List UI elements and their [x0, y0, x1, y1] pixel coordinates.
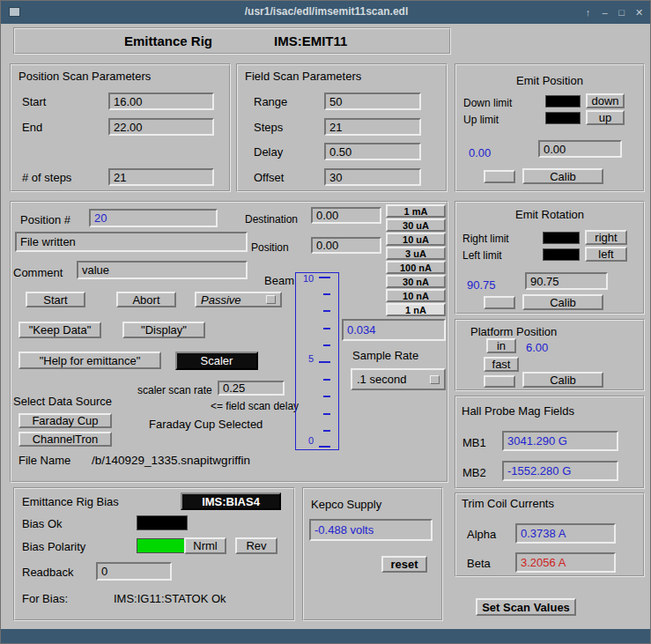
- channeltron-button[interactable]: ChannelTron: [18, 432, 112, 447]
- platform-blank-button[interactable]: [484, 375, 515, 388]
- scale-major-tick: [319, 446, 330, 448]
- num-steps-label: # of steps: [22, 171, 71, 184]
- scale-minor-tick: [323, 328, 330, 329]
- range-button-1na[interactable]: 1 nA: [386, 303, 446, 316]
- readback-label: Readback: [22, 566, 74, 579]
- emit-position-blank-button[interactable]: [484, 170, 515, 183]
- position-scan-group: Position Scan Parameters Start 16.00 End…: [10, 63, 231, 192]
- for-bias-value: IMS:IG11:STATOK Ok: [114, 592, 226, 605]
- scan-mode-menu[interactable]: Passive: [195, 292, 282, 307]
- beam-position-label: Position: [251, 241, 289, 254]
- position-scan-title: Position Scan Parameters: [18, 70, 151, 83]
- option-menu-indicator-icon: [430, 375, 440, 384]
- shade-icon[interactable]: ↑: [581, 5, 596, 19]
- platform-in-button[interactable]: in: [486, 338, 516, 353]
- num-steps-field[interactable]: 21: [108, 168, 214, 186]
- up-limit-indicator: [545, 112, 581, 124]
- scale-minor-tick: [323, 293, 330, 295]
- emit-rotation-blank-button[interactable]: [484, 296, 515, 309]
- emit-position-group: Emit Position Down limit down Up limit u…: [455, 63, 645, 192]
- beam-scale: 10 5 0: [295, 272, 339, 450]
- display-button[interactable]: "Display": [122, 322, 205, 338]
- down-button[interactable]: down: [586, 93, 625, 108]
- position-number-field[interactable]: 20: [89, 209, 218, 227]
- minimize-icon[interactable]: –: [597, 5, 612, 19]
- scale-minor-tick: [323, 310, 330, 312]
- bias-polarity-label: Bias Polarity: [22, 540, 85, 553]
- mb2-field: -1552.280 G: [502, 461, 618, 481]
- emit-rotation-setpoint-field[interactable]: 90.75: [525, 272, 608, 290]
- alpha-label: Alpha: [467, 528, 496, 541]
- right-button[interactable]: right: [585, 230, 627, 245]
- for-bias-label: For Bias:: [22, 592, 68, 605]
- steps-field[interactable]: 21: [324, 118, 421, 136]
- file-name-value: /b/140929_1335.snapitwgriffin: [92, 454, 250, 467]
- scale-minor-tick: [323, 396, 330, 397]
- range-field[interactable]: 50: [324, 93, 421, 110]
- sample-rate-menu[interactable]: .1 second: [351, 368, 446, 390]
- range-button-10ua[interactable]: 10 uA: [386, 233, 446, 246]
- start-button[interactable]: Start: [26, 292, 85, 307]
- range-button-30na[interactable]: 30 nA: [386, 275, 446, 288]
- comment-field[interactable]: value: [77, 261, 248, 279]
- close-icon[interactable]: ✕: [632, 5, 647, 19]
- end-field[interactable]: 22.00: [108, 118, 214, 136]
- rev-button[interactable]: Rev: [235, 537, 277, 554]
- mb2-label: MB2: [462, 466, 486, 479]
- up-button[interactable]: up: [586, 110, 625, 125]
- delay-field[interactable]: 0.50: [324, 143, 421, 160]
- bias-device-button[interactable]: IMS:BIAS4: [181, 492, 281, 510]
- offset-field[interactable]: 30: [324, 168, 421, 186]
- field-scan-group: Field Scan Parameters Range 50 Steps 21 …: [236, 63, 448, 192]
- nrml-button[interactable]: Nrml: [184, 537, 226, 554]
- right-limit-indicator: [543, 232, 580, 244]
- emit-position-calib-button[interactable]: Calib: [522, 168, 603, 184]
- comment-label: Comment: [13, 266, 63, 279]
- destination-field[interactable]: 0.00: [311, 207, 381, 224]
- header-box: Emittance Rig IMS:EMIT11: [13, 27, 451, 55]
- bias-polarity-indicator: [137, 538, 188, 553]
- trim-coils-group: Trim Coil Currents Alpha 0.3738 A Beta 3…: [455, 492, 645, 577]
- destination-label: Destination: [245, 213, 298, 226]
- range-button-3ua[interactable]: 3 uA: [386, 247, 446, 260]
- platform-calib-button[interactable]: Calib: [522, 372, 603, 388]
- scale-minor-tick: [323, 430, 330, 432]
- left-button[interactable]: left: [585, 247, 627, 262]
- keep-data-button[interactable]: "Keep Data": [18, 322, 101, 338]
- scale-minor-tick: [323, 413, 330, 415]
- down-limit-indicator: [545, 95, 581, 107]
- kepco-voltage-field: -0.488 volts: [309, 519, 433, 541]
- platform-fast-button[interactable]: fast: [484, 357, 519, 372]
- field-scan-title: Field Scan Parameters: [245, 70, 361, 83]
- beam-position-field[interactable]: 0.00: [311, 237, 381, 254]
- window-title: /usr1/isac/edl/imsemit11scan.edl: [1, 5, 651, 18]
- range-button-10na[interactable]: 10 nA: [386, 289, 446, 302]
- help-emittance-button[interactable]: "Help for emittance": [18, 352, 161, 369]
- kepco-reset-button[interactable]: reset: [381, 556, 427, 573]
- emit-position-setpoint-field[interactable]: 0.00: [538, 140, 622, 158]
- abort-button[interactable]: Abort: [116, 292, 176, 307]
- faraday-cup-button[interactable]: Faraday Cup: [18, 413, 112, 428]
- scaler-scan-rate-field[interactable]: 0.25: [218, 381, 285, 396]
- readback-field[interactable]: 0: [96, 562, 172, 581]
- position-number-label: Position #: [20, 213, 70, 226]
- beta-label: Beta: [467, 557, 491, 570]
- emit-rotation-calib-button[interactable]: Calib: [522, 294, 603, 310]
- scale-tick-10: 10: [303, 273, 314, 284]
- offset-label: Offset: [254, 171, 284, 184]
- range-button-30ua[interactable]: 30 uA: [386, 218, 446, 232]
- scaler-button[interactable]: Scaler: [175, 352, 258, 370]
- kepco-title: Kepco Supply: [311, 498, 381, 511]
- title-bar[interactable]: /usr1/isac/edl/imsemit11scan.edl ↑ – □ ✕: [1, 1, 651, 24]
- select-data-source-label: Select Data Source: [13, 395, 112, 408]
- start-field[interactable]: 16.00: [108, 93, 214, 110]
- start-label: Start: [22, 95, 46, 108]
- range-button-100na[interactable]: 100 nA: [386, 261, 446, 274]
- down-limit-label: Down limit: [463, 97, 512, 109]
- emit-position-readback: 0.00: [469, 146, 491, 159]
- beta-field: 3.2056 A: [515, 552, 616, 573]
- scan-status-field: File written: [15, 232, 248, 252]
- range-button-1ma[interactable]: 1 mA: [386, 204, 446, 218]
- maximize-icon[interactable]: □: [614, 5, 629, 19]
- set-scan-values-button[interactable]: Set Scan Values: [476, 598, 576, 616]
